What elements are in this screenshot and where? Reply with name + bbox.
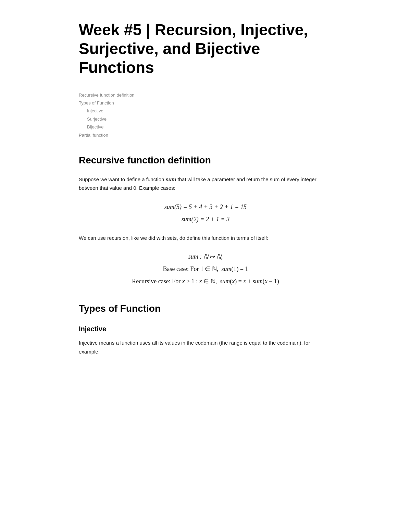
math-example-2: sum(2) = 2 + 1 = 3 — [79, 213, 332, 225]
toc-item-partial[interactable]: Partial function — [79, 131, 332, 139]
table-of-contents: Recursive function definition Types of F… — [79, 91, 332, 139]
recursion-intro-text: We can use recursion, like we did with s… — [79, 235, 268, 241]
toc-item-types[interactable]: Types of Function — [79, 99, 332, 107]
injective-subsection: Injective Injective means a function use… — [79, 323, 332, 356]
recursive-intro-paragraph: Suppose we want to define a function sum… — [79, 175, 332, 193]
recursive-section-title: Recursive function definition — [79, 153, 332, 168]
math-def-line-2: Base case: For 1 ∈ ℕ, sum(1) = 1 — [79, 263, 332, 275]
math-def-line-3: Recursive case: For x > 1 : x ∈ ℕ, sum(x… — [79, 275, 332, 287]
math-def-line-1: sum : ℕ ↦ ℕ, — [79, 250, 332, 263]
types-section: Types of Function Injective Injective me… — [79, 301, 332, 356]
toc-item-recursive[interactable]: Recursive function definition — [79, 91, 332, 99]
recursive-section: Recursive function definition Suppose we… — [79, 153, 332, 287]
page-container: Week #5 | Recursion, Injective, Surjecti… — [51, 0, 360, 397]
toc-item-bijective[interactable]: Bijective — [79, 123, 332, 131]
function-name-sum: sum — [166, 176, 176, 182]
types-section-title: Types of Function — [79, 301, 332, 317]
injective-body: Injective means a function uses all its … — [79, 338, 332, 356]
page-title: Week #5 | Recursion, Injective, Surjecti… — [79, 21, 332, 77]
math-example-1: sum(5) = 5 + 4 + 3 + 2 + 1 = 15 — [79, 201, 332, 213]
toc-item-surjective[interactable]: Surjective — [79, 115, 332, 123]
injective-title: Injective — [79, 323, 332, 334]
toc-item-injective[interactable]: Injective — [79, 107, 332, 115]
math-definition-block: sum : ℕ ↦ ℕ, Base case: For 1 ∈ ℕ, sum(1… — [79, 250, 332, 287]
recursive-intro-text: Suppose we want to define a function — [79, 176, 166, 182]
math-examples-block: sum(5) = 5 + 4 + 3 + 2 + 1 = 15 sum(2) =… — [79, 201, 332, 225]
recursion-intro-paragraph: We can use recursion, like we did with s… — [79, 234, 332, 243]
